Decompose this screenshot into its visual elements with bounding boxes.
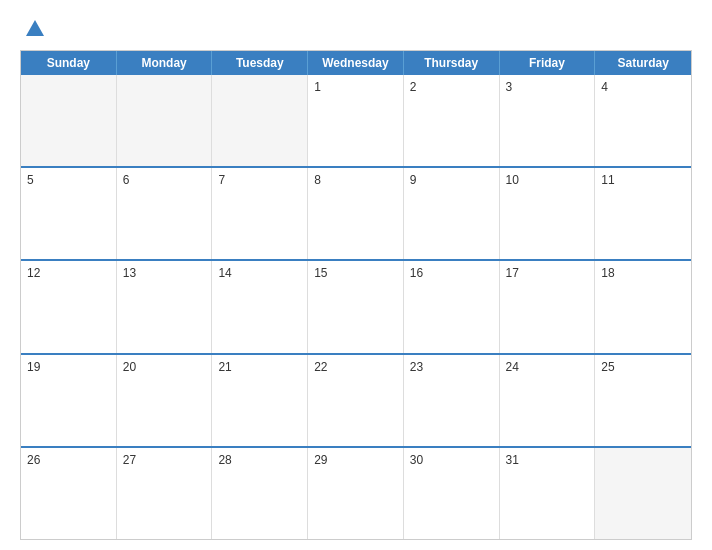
day-number: 10 (506, 173, 589, 187)
day-number: 29 (314, 453, 397, 467)
day-number: 5 (27, 173, 110, 187)
calendar-week-5: 262728293031 (21, 446, 691, 539)
cal-cell (117, 75, 213, 166)
cal-cell: 8 (308, 168, 404, 259)
cal-cell: 12 (21, 261, 117, 352)
cal-header-cell-thursday: Thursday (404, 51, 500, 75)
cal-cell: 20 (117, 355, 213, 446)
day-number: 6 (123, 173, 206, 187)
cal-cell: 22 (308, 355, 404, 446)
day-number: 2 (410, 80, 493, 94)
cal-cell (212, 75, 308, 166)
cal-cell: 9 (404, 168, 500, 259)
cal-cell: 10 (500, 168, 596, 259)
day-number: 7 (218, 173, 301, 187)
day-number: 13 (123, 266, 206, 280)
day-number: 19 (27, 360, 110, 374)
day-number: 20 (123, 360, 206, 374)
day-number: 26 (27, 453, 110, 467)
calendar-header: SundayMondayTuesdayWednesdayThursdayFrid… (21, 51, 691, 75)
day-number: 17 (506, 266, 589, 280)
calendar-body: 1234567891011121314151617181920212223242… (21, 75, 691, 539)
cal-cell: 16 (404, 261, 500, 352)
svg-marker-0 (26, 20, 44, 36)
day-number: 8 (314, 173, 397, 187)
day-number: 15 (314, 266, 397, 280)
cal-cell: 21 (212, 355, 308, 446)
cal-header-cell-saturday: Saturday (595, 51, 691, 75)
cal-cell: 14 (212, 261, 308, 352)
cal-cell: 29 (308, 448, 404, 539)
cal-cell: 17 (500, 261, 596, 352)
cal-cell: 31 (500, 448, 596, 539)
cal-cell: 25 (595, 355, 691, 446)
day-number: 22 (314, 360, 397, 374)
cal-cell: 26 (21, 448, 117, 539)
day-number: 16 (410, 266, 493, 280)
cal-cell: 15 (308, 261, 404, 352)
day-number: 30 (410, 453, 493, 467)
cal-cell: 27 (117, 448, 213, 539)
calendar-week-2: 567891011 (21, 166, 691, 259)
cal-cell: 5 (21, 168, 117, 259)
calendar-week-3: 12131415161718 (21, 259, 691, 352)
day-number: 9 (410, 173, 493, 187)
day-number: 27 (123, 453, 206, 467)
calendar-week-1: 1234 (21, 75, 691, 166)
day-number: 4 (601, 80, 685, 94)
calendar-page: SundayMondayTuesdayWednesdayThursdayFrid… (0, 0, 712, 550)
day-number: 25 (601, 360, 685, 374)
cal-cell: 13 (117, 261, 213, 352)
day-number: 18 (601, 266, 685, 280)
day-number: 24 (506, 360, 589, 374)
cal-cell: 18 (595, 261, 691, 352)
cal-cell (21, 75, 117, 166)
calendar-week-4: 19202122232425 (21, 353, 691, 446)
cal-header-cell-wednesday: Wednesday (308, 51, 404, 75)
cal-cell: 24 (500, 355, 596, 446)
calendar: SundayMondayTuesdayWednesdayThursdayFrid… (20, 50, 692, 540)
cal-cell (595, 448, 691, 539)
cal-header-cell-sunday: Sunday (21, 51, 117, 75)
cal-cell: 28 (212, 448, 308, 539)
day-number: 11 (601, 173, 685, 187)
day-number: 3 (506, 80, 589, 94)
day-number: 31 (506, 453, 589, 467)
day-number: 1 (314, 80, 397, 94)
cal-header-cell-tuesday: Tuesday (212, 51, 308, 75)
day-number: 14 (218, 266, 301, 280)
cal-cell: 19 (21, 355, 117, 446)
day-number: 28 (218, 453, 301, 467)
cal-cell: 4 (595, 75, 691, 166)
cal-cell: 2 (404, 75, 500, 166)
cal-cell: 30 (404, 448, 500, 539)
cal-cell: 1 (308, 75, 404, 166)
day-number: 23 (410, 360, 493, 374)
day-number: 12 (27, 266, 110, 280)
cal-header-cell-friday: Friday (500, 51, 596, 75)
cal-cell: 11 (595, 168, 691, 259)
day-number: 21 (218, 360, 301, 374)
cal-cell: 23 (404, 355, 500, 446)
cal-cell: 3 (500, 75, 596, 166)
logo-icon (24, 18, 46, 40)
cal-header-cell-monday: Monday (117, 51, 213, 75)
logo (20, 18, 50, 40)
cal-cell: 7 (212, 168, 308, 259)
cal-cell: 6 (117, 168, 213, 259)
page-header (20, 18, 692, 40)
